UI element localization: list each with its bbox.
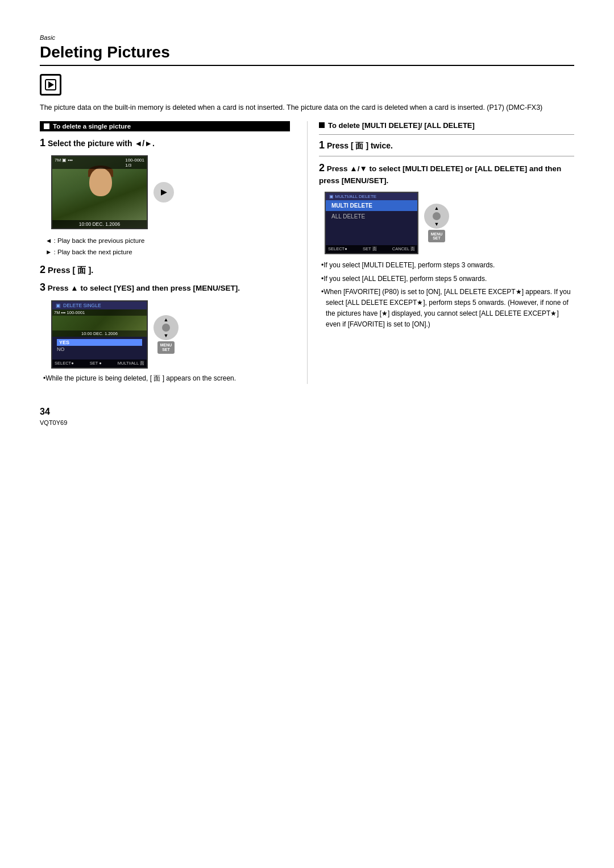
delete-screen: ▣ DELETE SINGLE 7M ▪▪▪ 100-0001 10:00 DE… [51,300,148,369]
delete-screen-image: 7M ▪▪▪ 100-0001 10:00 DEC. 1.2006 [52,309,147,337]
nav-button-select[interactable]: ▶ [154,182,174,202]
delete-screen-topbar: ▣ DELETE SINGLE [52,301,147,309]
multi-delete-screen: ▣ MULTI/ALL DELETE MULTI DELETE ALL DELE… [325,192,418,254]
yes-option: YES [57,339,142,346]
page-title: Deleting Pictures [40,43,574,66]
multi-delete-screen-wrapper: ▣ MULTI/ALL DELETE MULTI DELETE ALL DELE… [325,192,574,254]
playback-hints: ◄ : Play back the previous picture ► : P… [45,235,290,258]
delete-screen-bottom: SELECT● SET ● MULTI/ALL 面 [52,359,147,367]
hint1: ◄ : Play back the previous picture [45,235,290,247]
delete-screen-wrapper: ▣ DELETE SINGLE 7M ▪▪▪ 100-0001 10:00 DE… [51,300,290,369]
camera-image: 7M ▣ ▪▪▪ 100-00011/3 10:00 DEC. 1.2006 [52,156,147,228]
nav-center [162,324,170,332]
multi-delete-option: MULTI DELETE [326,200,417,211]
no-option: NO [57,346,142,353]
right-nav-center [433,212,441,220]
left-column: To delete a single picture 1 Select the … [40,121,290,383]
black-square-icon [319,122,325,128]
svg-marker-1 [48,81,54,88]
page-label: Basic [40,34,574,41]
playback-icon-wrapper [40,74,61,96]
nav-button-right-wrapper: ▲ ▼ MENU SET [154,315,179,354]
nav-arrow-right: ▶ [161,188,167,197]
right-nav-button-wrapper: ▲ ▼ MENU SET [424,204,449,242]
intro-text: The picture data on the built-in memory … [40,102,574,113]
camera-screen: 7M ▣ ▪▪▪ 100-00011/3 10:00 DEC. 1.2006 [51,155,148,229]
all-delete-option: ALL DELETE [326,211,417,222]
face-shape [89,168,112,196]
step1-heading: 1 Select the picture with ◄/►. [40,136,290,150]
menu-set-button[interactable]: MENU SET [157,341,175,354]
right-column: To delete [MULTI DELETE]/ [ALL DELETE] 1… [307,121,574,383]
right-step2-heading: 2 Press ▲/▼ to select [MULTI DELETE] or … [319,161,574,186]
divider2 [319,156,574,156]
bullet-points: •If you select [MULTI DELETE], perform s… [319,260,574,330]
camera-screen-wrapper: 7M ▣ ▪▪▪ 100-00011/3 10:00 DEC. 1.2006 ▶ [51,155,290,229]
right-nav-ring[interactable]: ▲ ▼ [424,204,449,229]
multi-screen-bottom: SELECT● SET 面 CANCEL 面 [326,245,417,253]
hint2: ► : Play back the next picture [45,246,290,258]
step2-heading: 2 Press [ 面 ]. [40,264,290,276]
arrow-up-icon: ▲ [164,317,169,323]
step3-note: •While the picture is being deleted, [ 面… [43,373,290,384]
bullet2: •If you select [ALL DELETE], perform ste… [319,274,574,284]
bullet1: •If you select [MULTI DELETE], perform s… [319,260,574,271]
nav-ring[interactable]: ▲ ▼ [154,315,179,340]
section-square-icon [44,123,49,129]
page-number: 34 [40,407,574,417]
page-footer: 34 VQT0Y69 [40,407,574,426]
bullet3: •When [FAVORITE] (P80) is set to [ON], [… [319,287,574,330]
step3-heading: 3 Press ▲ to select [YES] and then press… [40,280,290,295]
single-delete-header: To delete a single picture [40,121,290,131]
multi-screen-top: ▣ MULTI/ALL DELETE [326,193,417,200]
right-step1-heading: 1 Press [ 面 ] twice. [319,139,574,151]
right-menu-set-button[interactable]: MENU SET [428,230,445,242]
multi-delete-header-wrapper: To delete [MULTI DELETE]/ [ALL DELETE] [319,121,574,130]
divider1 [319,134,574,135]
camera-bottom-bar: 10:00 DEC. 1.2006 [52,220,147,228]
right-arrow-up-icon: ▲ [434,205,439,211]
right-arrow-down-icon: ▼ [434,221,439,227]
playback-icon [44,78,57,91]
doc-code: VQT0Y69 [40,419,574,426]
delete-menu-area: YES NO [52,337,147,355]
camera-top-bar: 7M ▣ ▪▪▪ 100-00011/3 [52,156,147,169]
multi-delete-header: To delete [MULTI DELETE]/ [ALL DELETE] [328,121,475,130]
arrow-down-icon: ▼ [164,333,169,338]
